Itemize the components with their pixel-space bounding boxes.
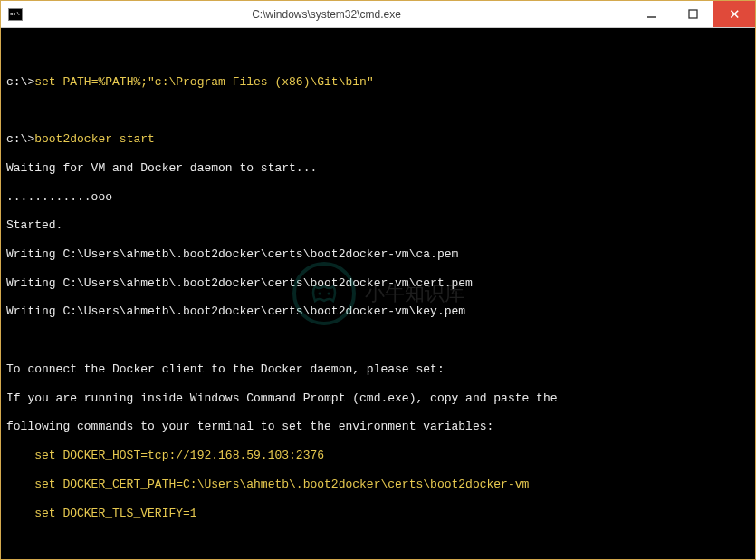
prompt: c:\> <box>6 75 34 89</box>
output-line: Started. <box>6 218 750 233</box>
terminal-line: c:\>set PATH=%PATH%;"c:\Program Files (x… <box>6 75 750 90</box>
output-line: ............ooo <box>6 190 750 205</box>
close-button[interactable]: ✕ <box>713 1 755 27</box>
minimize-icon <box>646 9 656 19</box>
window-controls: ✕ <box>630 1 755 27</box>
cmd-icon <box>8 8 23 21</box>
env-command: set DOCKER_TLS_VERIFY=1 <box>6 507 750 521</box>
titlebar[interactable]: C:\windows\system32\cmd.exe ✕ <box>1 1 755 28</box>
output-line: Waiting for VM and Docker daemon to star… <box>6 161 750 176</box>
command-text: set PATH=%PATH%;"c:\Program Files (x86)\… <box>34 75 373 89</box>
output-line: Writing C:\Users\ahmetb\.boot2docker\cer… <box>6 276 750 291</box>
env-command: set DOCKER_CERT_PATH=C:\Users\ahmetb\.bo… <box>6 478 750 492</box>
maximize-button[interactable] <box>672 1 713 27</box>
terminal-line: c:\>boot2docker start <box>6 132 750 147</box>
output-line: Writing C:\Users\ahmetb\.boot2docker\cer… <box>6 304 750 319</box>
svg-point-3 <box>327 293 330 295</box>
minimize-button[interactable] <box>630 1 672 27</box>
terminal-area[interactable]: 小牛知识库 c:\>set PATH=%PATH%;"c:\Program Fi… <box>1 28 755 559</box>
svg-rect-1 <box>689 10 697 18</box>
command-text: boot2docker start <box>34 132 155 146</box>
svg-point-2 <box>318 293 321 295</box>
env-command: set DOCKER_HOST=tcp://192.168.59.103:237… <box>6 449 750 463</box>
output-line: Writing C:\Users\ahmetb\.boot2docker\cer… <box>6 247 750 262</box>
maximize-icon <box>688 9 698 19</box>
cmd-window: C:\windows\system32\cmd.exe ✕ 小牛知识库 c:\>… <box>0 0 756 560</box>
window-title: C:\windows\system32\cmd.exe <box>23 8 630 21</box>
output-line: following commands to your terminal to s… <box>6 420 750 434</box>
output-line: If you are running inside Windows Comman… <box>6 391 750 406</box>
output-line: To connect the Docker client to the Dock… <box>6 362 750 377</box>
close-icon: ✕ <box>729 6 741 23</box>
prompt: c:\> <box>6 132 34 146</box>
